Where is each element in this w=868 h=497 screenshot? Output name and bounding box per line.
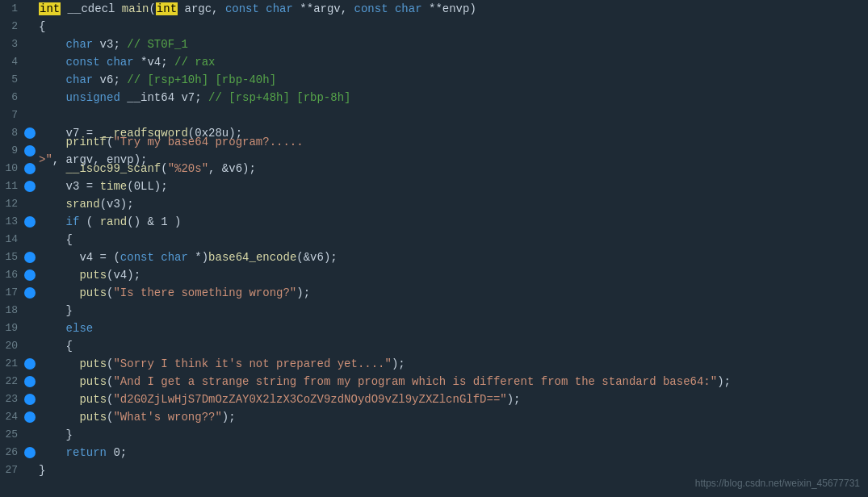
line-content: puts("And I get a strange string from my… <box>39 373 731 390</box>
function-name: __isoc99_scanf <box>66 162 161 175</box>
code-line: 3 char v3; // ST0F_1 <box>0 36 868 53</box>
breakpoint-dot <box>24 216 36 228</box>
line-number: 22 <box>0 373 24 390</box>
code-line: 22 puts("And I get a strange string from… <box>0 373 868 390</box>
line-number: 27 <box>0 461 24 479</box>
string-literal: "d2G0ZjLwHjS7DmOzZAY0X2lzX3CoZV9zdNOydO9… <box>113 393 506 406</box>
line-number: 18 <box>0 302 24 320</box>
plain-text: ); <box>717 375 731 388</box>
line-content: { <box>39 18 45 36</box>
breakpoint-dot <box>24 163 36 174</box>
code-line: 26 return 0; <box>0 444 868 461</box>
plain-text <box>39 38 66 51</box>
plain-text <box>100 56 107 69</box>
line-number: 16 <box>0 266 24 284</box>
code-line: 10 __isoc99_scanf("%20s", &v6); <box>0 160 868 178</box>
code-line: 23 puts("d2G0ZjLwHjS7DmOzZAY0X2lzX3CoZV9… <box>0 390 868 408</box>
keyword: char <box>107 56 134 69</box>
plain-text: **argv, <box>293 2 354 15</box>
plain-text <box>39 269 79 282</box>
breakpoint-dot <box>24 447 36 458</box>
plain-text: { <box>39 340 73 353</box>
function-name: time <box>100 180 128 193</box>
plain-text: argc, <box>178 2 225 15</box>
plain-text: __cdecl <box>61 2 122 15</box>
plain-text <box>39 73 66 86</box>
watermark: https://blog.csdn.net/weixin_45677731 <box>695 478 860 489</box>
plain-text: *) <box>188 251 208 264</box>
keyword-highlight: int <box>156 2 178 15</box>
function-name: base64_encode <box>208 251 296 264</box>
plain-text: (v4); <box>107 269 140 282</box>
plain-text <box>39 375 79 388</box>
breakpoint-dot <box>24 145 36 157</box>
code-line: 6 unsigned __int64 v7; // [rsp+48h] [rbp… <box>0 89 868 106</box>
code-line: 18 } <box>0 302 868 320</box>
line-content: v3 = time(0LL); <box>39 178 168 195</box>
line-number: 2 <box>0 18 24 36</box>
comment: // [rsp+48h] [rbp-8h] <box>208 91 350 104</box>
line-content: char v6; // [rsp+10h] [rbp-40h] <box>39 71 276 89</box>
breakpoint-dot <box>24 394 36 405</box>
breakpoint-dot <box>24 269 36 281</box>
plain-text: () & 1 ) <box>127 215 181 228</box>
keyword: const <box>66 56 100 69</box>
string-literal: "And I get a strange string from my prog… <box>113 375 717 388</box>
line-content: v4 = (const char *)base64_encode(&v6); <box>39 248 338 266</box>
breakpoint-dot <box>24 287 36 299</box>
breakpoint-dot <box>24 252 36 263</box>
code-line: 11 v3 = time(0LL); <box>0 178 868 195</box>
plain-text: { <box>39 20 45 33</box>
plain-text: (v3); <box>100 198 134 211</box>
plain-text: v3 = <box>39 180 100 193</box>
code-line: 1int __cdecl main(int argc, const char *… <box>0 0 868 18</box>
function-name: rand <box>100 215 128 228</box>
line-content: puts("What's wrong??"); <box>39 408 236 426</box>
line-number: 21 <box>0 355 24 373</box>
function-name: puts <box>79 286 107 299</box>
code-line: 5 char v6; // [rsp+10h] [rbp-40h] <box>0 71 868 89</box>
line-content: puts("Sorry I think it's not prepared ye… <box>39 355 405 373</box>
function-name: puts <box>79 357 107 370</box>
code-line: 19 else <box>0 320 868 337</box>
line-number: 8 <box>0 124 24 142</box>
plain-text: ); <box>392 357 405 370</box>
function-name: puts <box>79 393 107 406</box>
line-content: { <box>39 337 73 355</box>
code-line: 7 <box>0 106 868 124</box>
line-content: int __cdecl main(int argc, const char **… <box>39 0 476 18</box>
code-line: 9 printf("Try my base64 program?..... >"… <box>0 142 868 160</box>
line-content: } <box>39 461 45 479</box>
plain-text: (&v6); <box>296 251 337 264</box>
plain-text: } <box>39 304 73 317</box>
line-number: 5 <box>0 71 24 89</box>
code-line: 21 puts("Sorry I think it's not prepared… <box>0 355 868 373</box>
line-number: 20 <box>0 337 24 355</box>
line-content: char v3; // ST0F_1 <box>39 36 188 53</box>
plain-text: v4 = ( <box>39 251 120 264</box>
function-name: puts <box>79 375 107 388</box>
plain-text <box>39 56 66 69</box>
line-number: 19 <box>0 320 24 337</box>
line-number: 3 <box>0 36 24 53</box>
line-number: 24 <box>0 408 24 426</box>
plain-text: } <box>39 428 73 441</box>
line-content: srand(v3); <box>39 195 134 213</box>
code-line: 16 puts(v4); <box>0 266 868 284</box>
code-line: 20 { <box>0 337 868 355</box>
breakpoint-dot <box>24 358 36 370</box>
line-content: __isoc99_scanf("%20s", &v6); <box>39 160 256 178</box>
code-line: 15 v4 = (const char *)base64_encode(&v6)… <box>0 248 868 266</box>
breakpoint-dot <box>24 181 36 192</box>
line-number: 23 <box>0 390 24 408</box>
line-content: { <box>39 231 73 248</box>
line-number: 11 <box>0 178 24 195</box>
keyword: unsigned <box>66 91 120 104</box>
function-name: srand <box>66 198 100 211</box>
line-content: puts(v4); <box>39 266 140 284</box>
line-content: puts("d2G0ZjLwHjS7DmOzZAY0X2lzX3CoZV9zdN… <box>39 390 521 408</box>
string-literal: "%20s" <box>168 162 208 175</box>
line-number: 15 <box>0 248 24 266</box>
plain-text: ( <box>149 2 155 15</box>
comment: // rax <box>174 56 215 69</box>
